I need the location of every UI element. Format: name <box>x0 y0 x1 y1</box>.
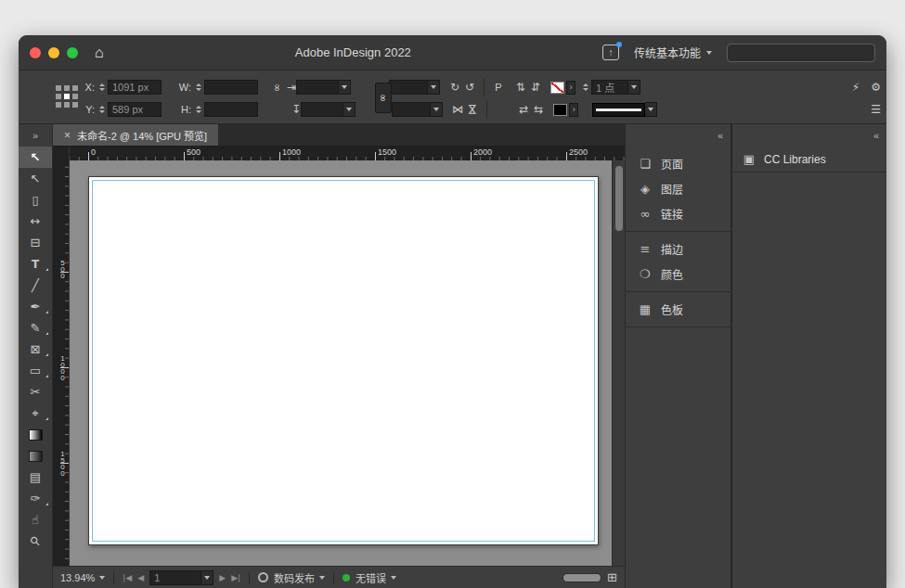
page-number-dropdown[interactable] <box>201 570 213 585</box>
constrain-dimensions-icon[interactable]: ∞ <box>271 83 283 91</box>
note-tool[interactable]: ▤ <box>19 467 52 488</box>
preflight-status-dropdown[interactable]: 无错误 <box>356 570 396 585</box>
vertical-scrollbar[interactable] <box>612 160 625 566</box>
panel-item-links[interactable]: ∞链接 <box>626 201 730 226</box>
w-stepper[interactable] <box>194 80 202 95</box>
home-icon[interactable]: ⌂ <box>95 45 104 60</box>
flip-horizontal-button[interactable]: ⋈ <box>450 103 465 116</box>
pen-tool[interactable]: ✒ <box>19 296 52 317</box>
rectangle-frame-tool[interactable]: ⊠ <box>19 339 52 360</box>
quick-apply-icon[interactable]: ⚡ <box>852 81 860 94</box>
y-field[interactable] <box>108 102 162 117</box>
zoom-level-dropdown[interactable]: 13.94% <box>60 572 105 583</box>
distribute-vertical-alt-button[interactable]: ⇵ <box>528 81 543 94</box>
tools-panel-expand-button[interactable]: » <box>19 124 52 147</box>
eyedropper-tool[interactable]: ✑ <box>19 488 52 509</box>
panel-item-color[interactable]: ❍颜色 <box>626 262 730 287</box>
horizontal-ruler[interactable]: 05001000150020002500 <box>70 147 625 160</box>
workspace-switcher[interactable]: 传统基本功能 <box>634 45 712 60</box>
direct-selection-icon: ↖ <box>31 172 41 185</box>
scale-y-field[interactable] <box>301 102 343 117</box>
last-page-button[interactable]: ▶| <box>231 573 240 582</box>
scale-x-field[interactable] <box>296 80 339 95</box>
gear-icon[interactable]: ⚙ <box>871 81 881 94</box>
h-field[interactable] <box>204 102 258 117</box>
pages-grid-icon[interactable]: ⊞ <box>607 570 617 584</box>
scale-y-dropdown[interactable] <box>343 102 356 117</box>
x-stepper[interactable] <box>97 80 106 95</box>
stroke-style-dropdown[interactable] <box>645 102 657 117</box>
free-transform-tool[interactable]: ⌖ <box>19 403 52 424</box>
vertical-scrollbar-thumb[interactable] <box>615 166 623 231</box>
constrain-scale-link-button[interactable]: ∞ <box>375 83 392 113</box>
close-window-button[interactable] <box>30 47 41 58</box>
line-tool[interactable]: ╱ <box>19 275 52 296</box>
rotate-cw-button[interactable]: ↻ <box>447 81 462 94</box>
preflight-profile-dropdown[interactable]: 数码发布 <box>274 570 325 585</box>
w-field[interactable] <box>204 80 258 95</box>
scissors-tool[interactable]: ✂ <box>19 381 52 403</box>
share-icon[interactable]: ↑ <box>602 45 619 60</box>
distribute-horizontal-alt-button[interactable]: ⇆ <box>531 103 546 116</box>
document-tab[interactable]: × 未命名-2 @ 14% [GPU 预览] <box>53 124 218 146</box>
stroke-weight-dropdown[interactable] <box>628 80 640 95</box>
direct-selection-tool[interactable]: ↖ <box>19 168 52 189</box>
cc-dock-collapse-button[interactable]: « <box>732 124 886 147</box>
stroke-weight-field[interactable] <box>591 80 628 95</box>
y-stepper[interactable] <box>97 102 106 117</box>
ruler-corner[interactable] <box>53 147 70 160</box>
stroke-weight-stepper[interactable] <box>581 80 589 95</box>
scale-x-dropdown[interactable] <box>339 80 351 95</box>
distribute-horizontal-button[interactable]: ⇄ <box>516 103 531 116</box>
stroke-color-swatch[interactable] <box>550 82 564 94</box>
fill-color-swatch[interactable] <box>553 104 567 116</box>
pencil-tool[interactable]: ✎ <box>19 317 52 339</box>
panel-item-pages[interactable]: ❏页面 <box>626 151 730 176</box>
search-input[interactable] <box>727 44 875 62</box>
x-field[interactable] <box>108 80 162 95</box>
next-page-button[interactable]: ▶ <box>219 573 226 582</box>
vertical-ruler[interactable]: 50010001500 <box>53 160 70 566</box>
rotation-dropdown[interactable] <box>428 80 440 95</box>
page-tool[interactable]: ▯ <box>19 189 52 211</box>
gradient-feather-tool[interactable] <box>19 445 52 467</box>
gradient-swatch-icon <box>29 429 43 441</box>
minimize-window-button[interactable] <box>48 47 59 58</box>
panel-dock-collapse-button[interactable]: « <box>626 124 730 147</box>
stroke-style-select[interactable] <box>592 103 645 117</box>
stroke-color-expand-button[interactable]: › <box>566 81 575 95</box>
panel-menu-icon[interactable]: ☰ <box>871 103 881 116</box>
gap-tool[interactable]: ↔ <box>19 211 52 232</box>
horizontal-scrollbar[interactable] <box>562 573 601 582</box>
content-collector-tool[interactable]: ⊟ <box>19 232 52 253</box>
rectangle-tool[interactable]: ▭ <box>19 360 52 381</box>
fill-color-expand-button[interactable]: › <box>569 103 578 117</box>
panel-item-label: 图层 <box>661 181 683 197</box>
previous-page-button[interactable]: ◀ <box>137 573 144 582</box>
zoom-level: 13.94% <box>60 572 95 583</box>
first-page-button[interactable]: |◀ <box>123 573 132 582</box>
panel-item-stroke[interactable]: ≡描边 <box>626 236 730 262</box>
selection-tool[interactable]: ↖ <box>19 147 52 168</box>
shear-dropdown[interactable] <box>431 102 443 117</box>
zoom-tool[interactable]: ⚲ <box>19 530 52 552</box>
flip-vertical-button[interactable]: ⋈ <box>465 103 480 116</box>
page-number-input[interactable] <box>149 570 201 585</box>
cc-libraries-header[interactable]: ▣ CC Libraries <box>732 147 886 173</box>
gradient-swatch-tool[interactable] <box>19 424 52 445</box>
panel-item-layers[interactable]: ◈图层 <box>626 176 730 201</box>
horizontal-scrollbar-thumb[interactable] <box>563 574 601 582</box>
rotate-ccw-button[interactable]: ↺ <box>462 81 477 94</box>
distribute-vertical-button[interactable]: ⇅ <box>513 81 528 94</box>
panel-item-swatches[interactable]: ▦色板 <box>626 297 730 322</box>
shear-field[interactable] <box>392 102 431 117</box>
document-page[interactable] <box>88 176 599 545</box>
rotation-field[interactable] <box>389 80 428 95</box>
h-stepper[interactable] <box>194 102 202 117</box>
type-tool[interactable]: T <box>19 253 52 275</box>
zoom-window-button[interactable] <box>67 47 78 58</box>
hand-tool[interactable]: ☝ <box>19 509 52 530</box>
reference-point-proxy[interactable] <box>56 85 78 108</box>
pasteboard[interactable] <box>70 160 612 566</box>
tab-close-icon[interactable]: × <box>64 129 71 142</box>
